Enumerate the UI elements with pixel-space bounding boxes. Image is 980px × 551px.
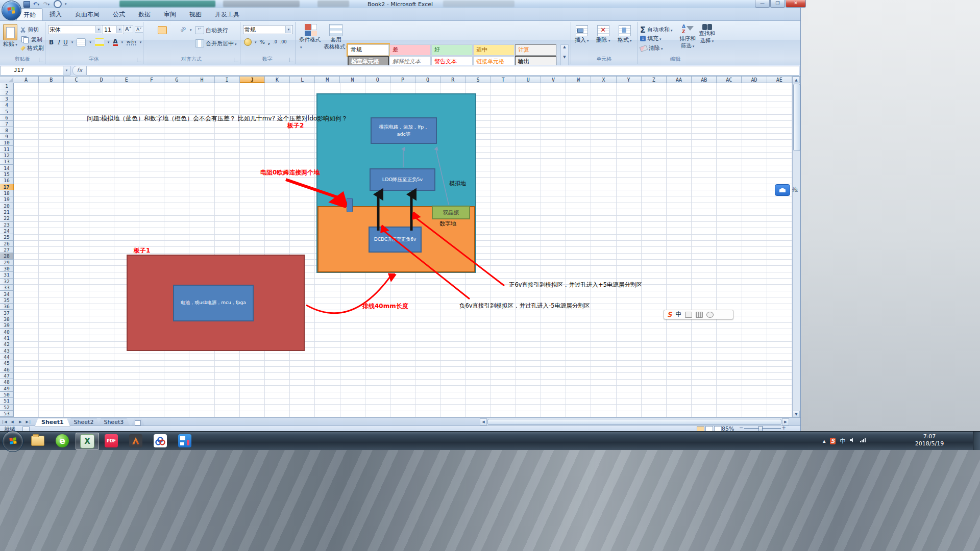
formula-input[interactable]	[87, 66, 799, 76]
copy-button[interactable]: 复制	[20, 35, 42, 43]
bold-button[interactable]: B	[49, 39, 54, 46]
percent-style-button[interactable]: %	[260, 39, 265, 45]
minimize-button[interactable]: —	[755, 0, 770, 8]
column-header-O[interactable]: O	[365, 77, 390, 83]
column-header-P[interactable]: P	[390, 77, 415, 83]
cell-style-好[interactable]: 好	[431, 44, 473, 56]
column-header-K[interactable]: K	[265, 77, 290, 83]
row-header-15[interactable]: 15	[0, 171, 14, 178]
column-header-Y[interactable]: Y	[617, 77, 642, 83]
cell-style-常规[interactable]: 常规	[348, 44, 389, 56]
column-header-H[interactable]: H	[189, 77, 214, 83]
office-button[interactable]	[2, 1, 21, 20]
cut-button[interactable]: 剪切	[20, 26, 39, 34]
print-preview-icon[interactable]	[54, 0, 62, 8]
column-header-A[interactable]: A	[14, 77, 39, 83]
comma-style-button[interactable]: ,	[268, 39, 270, 45]
scroll-left-icon[interactable]: ◀	[480, 418, 487, 425]
column-header-AB[interactable]: AB	[692, 77, 717, 83]
orientation-icon[interactable]: ab	[178, 24, 190, 36]
scroll-up-icon[interactable]: ▲	[793, 77, 800, 83]
name-box[interactable]: J17	[0, 66, 63, 76]
zoom-out-icon[interactable]: −	[739, 425, 743, 431]
taskbar-browser-button[interactable]: e	[51, 433, 74, 449]
floating-tool-icon[interactable]	[775, 184, 790, 196]
row-header-30[interactable]: 30	[0, 266, 14, 272]
cell-style-适中[interactable]: 适中	[473, 44, 514, 56]
prev-sheet-icon[interactable]: ◀	[8, 418, 16, 425]
insert-worksheet-tab[interactable]	[131, 418, 144, 426]
column-header-AE[interactable]: AE	[767, 77, 792, 83]
select-all-corner[interactable]	[0, 77, 14, 84]
row-header-52[interactable]: 52	[0, 405, 14, 411]
cell-style-差[interactable]: 差	[389, 44, 431, 56]
borders-icon[interactable]	[77, 38, 86, 46]
increase-decimal-button[interactable]: .0	[273, 40, 277, 44]
align-top-icon[interactable]	[147, 26, 156, 34]
zoom-slider[interactable]: − +	[739, 426, 786, 431]
alignment-dialog-launcher[interactable]	[234, 58, 238, 62]
gallery-down-icon[interactable]: ▼	[563, 55, 566, 59]
tray-expand-icon[interactable]: ▴	[823, 438, 826, 444]
accounting-format-icon[interactable]	[244, 38, 252, 46]
column-header-T[interactable]: T	[491, 77, 516, 83]
fill-button[interactable]: ↓ 填充	[640, 35, 662, 42]
column-header-L[interactable]: L	[290, 77, 315, 83]
column-header-AC[interactable]: AC	[717, 77, 742, 83]
shrink-font-button[interactable]: A˅	[135, 27, 143, 33]
row-header-51[interactable]: 51	[0, 398, 14, 404]
last-sheet-icon[interactable]: ▶❘	[24, 418, 33, 425]
customize-qat-icon[interactable]: ▾	[65, 2, 67, 6]
row-header-46[interactable]: 46	[0, 366, 14, 372]
decrease-decimal-button[interactable]: .00	[280, 40, 287, 44]
show-desktop-button[interactable]	[973, 432, 980, 450]
delete-cells-button[interactable]: ✕ 删除	[596, 25, 610, 44]
ime-mode-toggle[interactable]: 中	[675, 310, 681, 319]
insert-function-button[interactable]: fx	[72, 66, 87, 76]
row-header-35[interactable]: 35	[0, 297, 14, 304]
sogou-ime-bar[interactable]: S 中	[664, 310, 733, 319]
first-sheet-icon[interactable]: ❘◀	[0, 418, 8, 425]
column-header-E[interactable]: E	[114, 77, 139, 83]
underline-button[interactable]: U	[63, 39, 68, 46]
ribbon-tab-插入[interactable]: 插入	[43, 8, 68, 20]
ime-toolbox-icon[interactable]	[706, 312, 714, 318]
row-header-11[interactable]: 11	[0, 146, 14, 152]
column-header-M[interactable]: M	[315, 77, 340, 83]
row-header-20[interactable]: 20	[0, 203, 14, 209]
save-icon[interactable]	[23, 1, 30, 8]
find-select-button[interactable]: 查找和 选择	[697, 24, 717, 44]
row-header-39[interactable]: 39	[0, 322, 14, 329]
tray-ime-icon[interactable]: S	[830, 438, 836, 444]
font-name-combo[interactable]: 宋体▾	[48, 25, 103, 34]
row-header-49[interactable]: 49	[0, 386, 14, 392]
column-header-V[interactable]: V	[541, 77, 566, 83]
column-header-C[interactable]: C	[64, 77, 89, 83]
row-header-22[interactable]: 22	[0, 215, 14, 221]
grow-font-button[interactable]: A˄	[124, 26, 133, 33]
row-header-28[interactable]: 28	[0, 253, 14, 259]
ribbon-tab-审阅[interactable]: 审阅	[157, 8, 183, 20]
row-header-27[interactable]: 27	[0, 247, 14, 253]
row-header-40[interactable]: 40	[0, 329, 14, 335]
column-header-S[interactable]: S	[465, 77, 491, 83]
row-header-31[interactable]: 31	[0, 272, 14, 278]
vertical-scroll-thumb[interactable]	[793, 84, 800, 151]
font-dialog-launcher[interactable]	[137, 58, 141, 62]
scroll-down-icon[interactable]: ▼	[793, 411, 800, 417]
row-header-48[interactable]: 48	[0, 379, 14, 385]
column-header-Q[interactable]: Q	[415, 77, 440, 83]
column-header-N[interactable]: N	[340, 77, 365, 83]
decrease-indent-icon[interactable]	[179, 39, 188, 47]
analog-circuit-box[interactable]: 模拟电路，运放，lfp， adc等	[371, 117, 437, 144]
format-painter-button[interactable]: 格式刷	[20, 44, 44, 52]
zero-ohm-resistor[interactable]	[347, 198, 353, 212]
horizontal-scrollbar[interactable]: ◀ ▶	[480, 418, 789, 425]
format-cells-button[interactable]: 格式	[618, 25, 632, 44]
name-box-dropdown-icon[interactable]: ▾	[63, 66, 70, 76]
column-header-F[interactable]: F	[139, 77, 164, 83]
autosum-button[interactable]: Σ 自动求和	[640, 25, 672, 35]
row-header-14[interactable]: 14	[0, 165, 14, 171]
column-header-X[interactable]: X	[591, 77, 616, 83]
taskbar-clock[interactable]: 7:07 2018/5/19	[912, 433, 947, 447]
